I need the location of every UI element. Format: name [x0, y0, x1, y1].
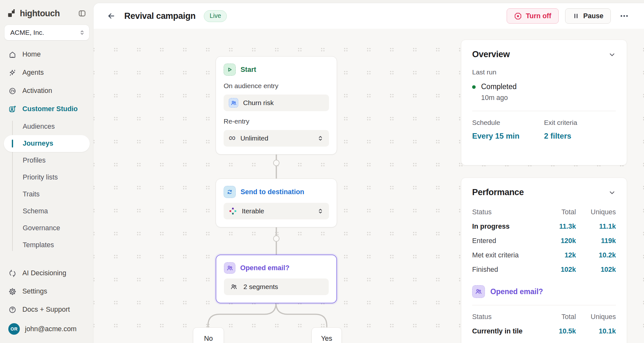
sidebar-item-templates[interactable]: Templates [12, 237, 90, 254]
chevron-down-icon[interactable] [608, 51, 616, 58]
start-node[interactable]: Start On audience entry Churn risk Re-en… [216, 56, 337, 155]
sidebar-item-profiles[interactable]: Profiles [12, 152, 90, 169]
overview-title: Overview [472, 50, 510, 59]
user-menu[interactable]: OR john@acme.com [4, 319, 90, 339]
sidebar-item-ai-decisioning[interactable]: AI Decisioning [4, 264, 90, 282]
customer-studio-icon [8, 105, 17, 113]
column-header: Uniques [576, 205, 616, 219]
column-header: Total [541, 205, 576, 219]
sidebar-item-agents[interactable]: Agents [4, 64, 90, 82]
sidebar-collapse-button[interactable] [76, 7, 88, 20]
table-row-uniques: 102k [576, 263, 616, 277]
table-row-total: 102k [541, 263, 576, 277]
table-row-uniques: 10.2k [576, 248, 616, 263]
pause-icon [572, 12, 579, 19]
column-header: Status [472, 205, 541, 219]
sidebar-item-traits[interactable]: Traits [12, 186, 90, 203]
table-row-uniques: 10.1k [576, 324, 616, 339]
chevron-down-icon[interactable] [608, 189, 616, 196]
destination-select[interactable]: Iterable [224, 203, 329, 219]
sub-item-label: Templates [23, 241, 54, 249]
journey-canvas[interactable]: Start On audience entry Churn risk Re-en… [94, 29, 644, 343]
segments-users-icon [224, 262, 235, 274]
sidebar-item-label: Agents [22, 69, 44, 77]
branch-node-title: Opened email? [240, 264, 289, 272]
sidebar-item-home[interactable]: Home [4, 45, 90, 64]
help-icon [8, 306, 17, 314]
sub-item-label: Audiences [23, 123, 55, 131]
arrow-left-icon [107, 11, 116, 20]
sidebar-item-priority-lists[interactable]: Priority lists [12, 169, 90, 186]
table-row-status: Currently in tile [472, 324, 541, 339]
user-email: john@acme.com [25, 325, 77, 333]
audience-field[interactable]: Churn risk [224, 95, 329, 111]
audience-name: Churn risk [243, 99, 274, 107]
sparkle-icon [8, 69, 17, 77]
exit-criteria-label: Exit criteria [544, 119, 616, 126]
pause-button[interactable]: Pause [565, 8, 611, 24]
sidebar-item-journeys[interactable]: Journeys [4, 135, 90, 152]
sidebar: hightouch ACME, Inc. Home Agents [0, 0, 94, 343]
divider [472, 305, 616, 305]
table-row-status: Met exit criteria [472, 248, 541, 263]
main-content: Revival campaign Live Turn off Pause [94, 3, 644, 343]
sidebar-item-label: Activation [22, 87, 52, 95]
last-run-time: 10m ago [481, 94, 517, 102]
gear-icon [8, 287, 17, 296]
sidebar-item-audiences[interactable]: Audiences [12, 118, 90, 135]
chevron-updown-icon [79, 29, 85, 36]
exit-criteria-value[interactable]: 2 filters [544, 132, 616, 141]
sub-item-label: Priority lists [23, 173, 58, 181]
divider [472, 111, 616, 111]
reentry-value: Unlimited [240, 134, 268, 142]
segments-count: 2 segments [243, 283, 278, 291]
hightouch-logo-icon [7, 9, 17, 18]
branch-no-card[interactable]: No [193, 327, 224, 343]
sidebar-item-docs-support[interactable]: Docs + Support [4, 301, 90, 319]
status-badge: Live [204, 10, 227, 22]
overview-panel: Overview Last run Completed 10m ago Sche… [461, 40, 627, 165]
sync-icon [224, 186, 236, 198]
table-row-total: 120k [541, 234, 576, 248]
sidebar-item-schema[interactable]: Schema [12, 203, 90, 220]
table-row-total: 11.3k [541, 219, 576, 234]
connector-dot[interactable] [273, 160, 280, 166]
connector-dot[interactable] [273, 235, 280, 242]
table-row-uniques: 119k [576, 234, 616, 248]
destination-node[interactable]: Send to destination Iterable [216, 179, 337, 227]
back-button[interactable] [104, 9, 118, 23]
sub-item-label: Traits [23, 190, 40, 198]
turn-off-button[interactable]: Turn off [507, 8, 559, 24]
infinity-icon: ∞ [229, 133, 235, 142]
sidebar-item-customer-studio[interactable]: Customer Studio [4, 100, 90, 118]
pause-label: Pause [583, 12, 603, 20]
start-node-title: Start [241, 66, 256, 74]
table-row-uniques: 11.1k [576, 219, 616, 234]
column-header: Status [472, 310, 541, 324]
workspace-selector[interactable]: ACME, Inc. [4, 25, 89, 40]
activation-icon [8, 87, 17, 95]
reentry-select[interactable]: ∞ Unlimited [224, 130, 329, 147]
tile-section-title[interactable]: Opened email? [490, 287, 543, 296]
sub-item-label: Governance [23, 224, 60, 232]
turn-off-label: Turn off [526, 12, 551, 20]
last-run-label: Last run [472, 68, 616, 76]
segments-field[interactable]: 2 segments [224, 278, 329, 295]
audience-users-icon [229, 98, 238, 108]
page-title: Revival campaign [124, 11, 195, 21]
more-options-button[interactable] [617, 9, 631, 23]
sidebar-item-activation[interactable]: Activation [4, 82, 90, 100]
sidebar-item-label: Settings [22, 287, 47, 295]
sidebar-item-label: Home [22, 50, 41, 58]
schedule-value[interactable]: Every 15 min [472, 132, 544, 141]
workspace-name: ACME, Inc. [10, 29, 44, 36]
branch-yes-card[interactable]: Yes [311, 327, 342, 343]
tile-table: Status Total Uniques Currently in tile 1… [472, 310, 616, 339]
chevron-updown-icon [317, 135, 324, 142]
sidebar-item-settings[interactable]: Settings [4, 282, 90, 301]
start-play-icon [224, 64, 236, 76]
branch-node[interactable]: Opened email? 2 segments [216, 255, 337, 303]
table-row-status: Entered [472, 234, 541, 248]
table-row-status: In progress [472, 219, 541, 234]
sidebar-item-governance[interactable]: Governance [12, 220, 90, 237]
